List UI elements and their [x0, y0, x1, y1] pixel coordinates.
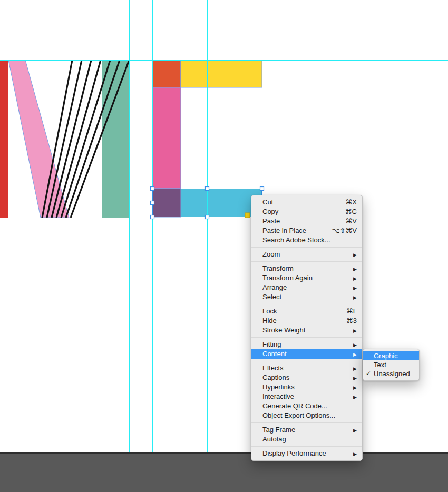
menu-item-captions[interactable]: Captions▶	[251, 373, 362, 382]
submenu-arrow-icon: ▶	[353, 250, 357, 260]
menu-item-shortcut: ⌘3	[346, 316, 357, 326]
letter-e-purple-square[interactable]	[152, 189, 181, 217]
submenu-arrow-icon: ▶	[353, 426, 357, 435]
menu-item-transform[interactable]: Transform▶	[251, 264, 362, 273]
submenu-arrow-icon: ▶	[353, 350, 357, 359]
handle-bottom-left[interactable]	[151, 215, 154, 219]
menu-item-hide[interactable]: Hide⌘3	[251, 316, 362, 326]
menu-item-copy[interactable]: Copy⌘C	[251, 207, 362, 217]
menu-item-shortcut: ⌘X	[345, 198, 357, 207]
submenu-arrow-icon: ▶	[353, 326, 357, 336]
menu-item-label: Paste in Place	[262, 226, 306, 235]
menu-item-label: Content	[262, 349, 287, 359]
menu-separator	[251, 446, 362, 447]
menu-item-arrange[interactable]: Arrange▶	[251, 283, 362, 292]
menu-item-label: Arrange	[262, 283, 287, 292]
menu-item-label: Object Export Options...	[262, 411, 335, 420]
submenu-arrow-icon: ▶	[353, 340, 357, 350]
submenu-arrow-icon: ▶	[353, 392, 357, 402]
page-bottom-edge	[0, 452, 448, 454]
letter-e-orange-square[interactable]	[152, 60, 181, 87]
menu-separator	[251, 361, 362, 361]
menu-item-label: Generate QR Code...	[262, 401, 327, 411]
menu-item-content[interactable]: Content▶	[251, 349, 362, 359]
menu-item-stroke-weight[interactable]: Stroke Weight▶	[251, 326, 362, 335]
menu-item-label: Interactive	[262, 392, 294, 401]
menu-item-label: Search Adobe Stock...	[262, 235, 330, 245]
menu-item-generate-qr-code[interactable]: Generate QR Code...	[251, 401, 362, 411]
menu-item-label: Stroke Weight	[262, 326, 305, 335]
menu-item-shortcut: ⌘L	[346, 307, 357, 316]
submenu-arrow-icon: ▶	[353, 264, 357, 274]
menu-separator	[251, 337, 362, 338]
submenu-arrow-icon: ▶	[353, 449, 357, 459]
menu-separator	[251, 261, 362, 262]
letter-m-pink-diagonal[interactable]	[8, 60, 69, 218]
menu-item-shortcut: ⌥⇧⌘V	[332, 226, 357, 235]
handle-mid-left[interactable]	[151, 201, 154, 205]
menu-item-unassigned[interactable]: ✓Unassigned	[363, 369, 419, 378]
menu-item-label: Transform	[262, 264, 294, 273]
letter-m-red-bar[interactable]	[0, 60, 8, 218]
submenu-arrow-icon: ▶	[353, 283, 357, 293]
menu-item-label: Copy	[262, 207, 278, 217]
submenu-arrow-icon: ▶	[353, 364, 357, 373]
menu-item-autotag[interactable]: Autotag	[251, 435, 362, 444]
menu-item-shortcut: ⌘C	[345, 207, 357, 217]
checkmark-icon: ✓	[366, 369, 371, 378]
menu-item-zoom[interactable]: Zoom▶	[251, 250, 362, 259]
menu-separator	[251, 247, 362, 248]
menu-item-label: Hyperlinks	[262, 382, 295, 392]
menu-item-select[interactable]: Select▶	[251, 292, 362, 302]
pasteboard[interactable]	[0, 452, 448, 492]
menu-item-fitting[interactable]: Fitting▶	[251, 340, 362, 349]
menu-item-label: Lock	[262, 307, 277, 316]
menu-item-tag-frame[interactable]: Tag Frame▶	[251, 425, 362, 435]
menu-item-label: Transform Again	[262, 273, 313, 283]
menu-item-shortcut: ⌘V	[345, 217, 357, 226]
handle-top-right[interactable]	[260, 187, 264, 191]
menu-item-label: Tag Frame	[262, 425, 295, 435]
menu-item-label: Zoom	[262, 250, 280, 259]
menu-item-interactive[interactable]: Interactive▶	[251, 392, 362, 401]
menu-item-cut[interactable]: Cut⌘X	[251, 198, 362, 207]
menu-item-label: Effects	[262, 363, 284, 373]
letter-e-yellow-bar[interactable]	[181, 60, 262, 87]
handle-bottom-mid[interactable]	[206, 215, 209, 219]
menu-item-label: Display Performance	[262, 449, 326, 458]
menu-item-search-adobe-stock[interactable]: Search Adobe Stock...	[251, 235, 362, 245]
menu-item-label: Unassigned	[374, 369, 410, 378]
letter-e-pink-stem[interactable]	[152, 87, 181, 189]
menu-item-label: Paste	[262, 217, 280, 226]
menu-item-lock[interactable]: Lock⌘L	[251, 307, 362, 316]
menu-separator	[251, 304, 362, 304]
menu-separator	[251, 422, 362, 423]
menu-item-text[interactable]: Text	[363, 360, 419, 369]
menu-item-label: Cut	[262, 198, 273, 207]
menu-item-paste-in-place[interactable]: Paste in Place⌥⇧⌘V	[251, 226, 362, 235]
menu-item-display-performance[interactable]: Display Performance▶	[251, 449, 362, 458]
menu-item-label: Captions	[262, 373, 289, 382]
menu-item-label: Autotag	[262, 435, 286, 444]
indesign-canvas-screen: { "artwork": { "colors": { "red": "#d834…	[0, 0, 448, 492]
submenu-arrow-icon: ▶	[353, 373, 357, 383]
letter-m-teal-bar[interactable]	[102, 60, 129, 218]
menu-item-graphic[interactable]: Graphic	[363, 351, 419, 360]
menu-item-paste[interactable]: Paste⌘V	[251, 217, 362, 226]
submenu-arrow-icon: ▶	[353, 274, 357, 283]
menu-item-label: Fitting	[262, 340, 281, 349]
document-canvas[interactable]	[0, 0, 448, 492]
handle-top-mid[interactable]	[206, 187, 209, 191]
content-submenu: GraphicText✓Unassigned	[363, 349, 420, 381]
submenu-arrow-icon: ▶	[353, 293, 357, 302]
context-menu: Cut⌘XCopy⌘CPaste⌘VPaste in Place⌥⇧⌘VSear…	[251, 195, 363, 461]
menu-item-object-export-options[interactable]: Object Export Options...	[251, 411, 362, 420]
handle-top-left[interactable]	[151, 187, 154, 191]
menu-item-label: Hide	[262, 316, 277, 326]
menu-item-transform-again[interactable]: Transform Again▶	[251, 273, 362, 283]
menu-item-label: Graphic	[374, 351, 398, 360]
selection-yellow-widget[interactable]	[245, 213, 250, 218]
menu-item-effects[interactable]: Effects▶	[251, 363, 362, 373]
menu-item-hyperlinks[interactable]: Hyperlinks▶	[251, 382, 362, 392]
menu-item-label: Text	[374, 360, 386, 369]
